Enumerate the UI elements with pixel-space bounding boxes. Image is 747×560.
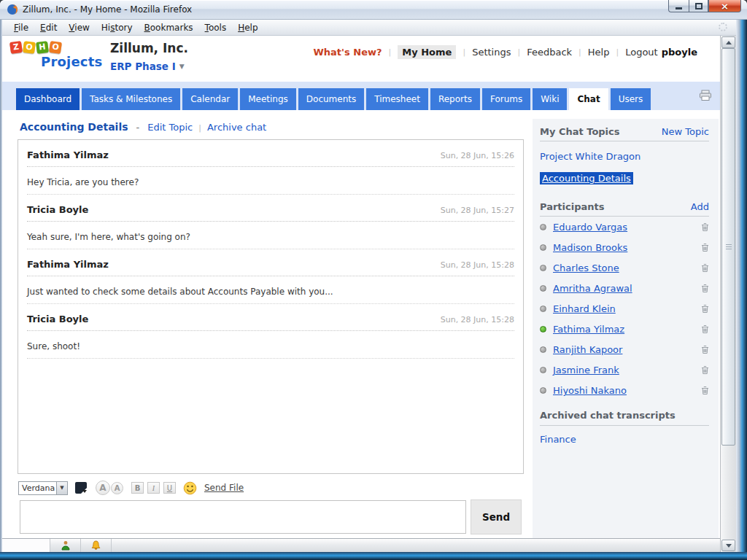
message-text: Sure, shoot! xyxy=(27,331,514,359)
tab-timesheet[interactable]: Timesheet xyxy=(366,88,428,110)
scrollbar-thumb[interactable] xyxy=(721,48,735,446)
trash-icon[interactable] xyxy=(701,304,709,314)
firefox-icon xyxy=(7,4,18,15)
presence-dot xyxy=(540,367,546,373)
new-topic-link[interactable]: New Topic xyxy=(662,126,709,137)
vertical-scrollbar[interactable] xyxy=(720,36,736,552)
message-text: Yeah sure, I'm here, what's going on? xyxy=(27,222,514,249)
username: pboyle xyxy=(662,47,697,58)
scrollbar-grip-icon xyxy=(726,244,732,250)
tab-documents[interactable]: Documents xyxy=(298,88,364,110)
participants-header: Participants Add xyxy=(540,201,709,217)
logout-link[interactable]: Logout pboyle xyxy=(625,47,697,58)
participant-row: Eduardo Vargas xyxy=(540,217,709,237)
whats-new-link[interactable]: What's New? xyxy=(314,47,382,58)
tab-chat[interactable]: Chat xyxy=(569,88,608,110)
tab-reports[interactable]: Reports xyxy=(430,88,480,110)
italic-button[interactable]: I xyxy=(147,482,160,494)
tab-dashboard[interactable]: Dashboard xyxy=(16,88,80,110)
archived-transcript-finance-link[interactable]: Finance xyxy=(540,434,576,445)
user-status-icon[interactable] xyxy=(50,539,81,552)
underline-button[interactable]: U xyxy=(163,482,176,494)
topic-item-accounting-details[interactable]: Accounting Details xyxy=(540,172,633,184)
window-frame-left xyxy=(0,20,2,560)
participant-link[interactable]: Amritha Agrawal xyxy=(553,283,632,294)
trash-icon[interactable] xyxy=(701,284,709,293)
page: Z O H O Projects Zillum, Inc. ERP Phase … xyxy=(2,36,721,538)
module-tabs: Dashboard Tasks & Milestones Calendar Me… xyxy=(16,88,651,110)
menu-file[interactable]: File xyxy=(8,21,34,34)
company-block: Zillum, Inc. ERP Phase I ▼ xyxy=(110,41,188,72)
scroll-down-button[interactable] xyxy=(721,540,735,551)
feedback-link[interactable]: Feedback xyxy=(527,47,572,58)
close-button[interactable] xyxy=(708,0,741,12)
scroll-up-button[interactable] xyxy=(721,36,735,48)
participant-link[interactable]: Charles Stone xyxy=(553,262,619,273)
participant-link[interactable]: Einhard Klein xyxy=(553,303,616,314)
firefox-window: Zillum, Inc. - My Home - Mozilla Firefox… xyxy=(0,0,747,560)
participant-row: Jasmine Frank xyxy=(540,359,709,380)
zoho-projects-logo[interactable]: Z O H O Projects xyxy=(10,42,102,69)
tab-wiki[interactable]: Wiki xyxy=(533,88,567,110)
font-family-select[interactable]: Verdana ▼ xyxy=(18,481,68,495)
send-file-link[interactable]: Send File xyxy=(204,483,244,493)
trash-icon[interactable] xyxy=(701,365,709,375)
font-size-decrease-button[interactable]: A xyxy=(111,482,123,494)
maximize-button[interactable] xyxy=(689,0,708,12)
project-selector[interactable]: ERP Phase I ▼ xyxy=(110,61,188,72)
add-participant-link[interactable]: Add xyxy=(691,201,709,212)
edit-topic-link[interactable]: Edit Topic xyxy=(147,122,193,133)
message-text: Hey Tricia, are you there? xyxy=(27,167,514,195)
menu-bookmarks[interactable]: Bookmarks xyxy=(139,21,199,34)
menu-history[interactable]: History xyxy=(96,21,139,34)
participant-link[interactable]: Madison Brooks xyxy=(553,242,627,253)
message-time: Sun, 28 Jun, 15:26 xyxy=(441,151,514,160)
menu-help[interactable]: Help xyxy=(232,21,263,34)
trash-icon[interactable] xyxy=(701,243,709,252)
presence-dot xyxy=(540,285,546,292)
printer-icon[interactable] xyxy=(699,90,712,101)
participant-link[interactable]: Eduardo Vargas xyxy=(553,222,627,233)
participant-link[interactable]: Ranjith Kapoor xyxy=(553,344,622,355)
tab-tasks-milestones[interactable]: Tasks & Milestones xyxy=(82,88,180,110)
menu-view[interactable]: View xyxy=(63,21,95,34)
my-home-link[interactable]: My Home xyxy=(398,45,456,59)
message-input[interactable] xyxy=(20,500,466,534)
message-author: Fathima Yilmaz xyxy=(27,149,109,160)
trash-icon[interactable] xyxy=(701,386,709,395)
select-dropdown-icon[interactable]: ▼ xyxy=(56,482,67,494)
trash-icon[interactable] xyxy=(701,222,709,232)
participant-link[interactable]: Hiyoshi Nakano xyxy=(553,385,627,396)
tab-forums[interactable]: Forums xyxy=(482,88,530,110)
company-name: Zillum, Inc. xyxy=(110,41,188,55)
notification-bell-icon[interactable] xyxy=(81,539,112,552)
window-frame-right xyxy=(736,20,747,560)
font-color-picker-icon[interactable] xyxy=(75,482,87,494)
topic-item-project-white-dragon[interactable]: Project White Dragon xyxy=(540,151,640,162)
minimize-button[interactable] xyxy=(668,0,689,12)
menu-edit[interactable]: Edit xyxy=(34,21,63,34)
menu-tools[interactable]: Tools xyxy=(199,21,233,34)
dash-separator: - xyxy=(136,122,140,133)
archive-chat-link[interactable]: Archive chat xyxy=(207,122,266,133)
help-link[interactable]: Help xyxy=(588,47,610,58)
participant-link[interactable]: Fathima Yilmaz xyxy=(553,324,624,335)
tab-users[interactable]: Users xyxy=(611,88,651,110)
settings-link[interactable]: Settings xyxy=(472,47,511,58)
separator: | xyxy=(616,47,619,57)
menu-bar: File Edit View History Bookmarks Tools H… xyxy=(2,20,736,36)
message-input-row: Send xyxy=(20,500,522,534)
trash-icon[interactable] xyxy=(701,324,709,334)
bold-button[interactable]: B xyxy=(131,482,144,494)
emoticon-icon[interactable] xyxy=(183,481,197,495)
chat-sidebar: My Chat Topics New Topic Project White D… xyxy=(533,119,719,538)
trash-icon[interactable] xyxy=(701,263,709,273)
tab-meetings[interactable]: Meetings xyxy=(240,88,296,110)
font-size-increase-button[interactable]: A xyxy=(96,481,110,495)
participant-link[interactable]: Jasmine Frank xyxy=(553,365,619,376)
presence-dot xyxy=(540,387,546,394)
tab-calendar[interactable]: Calendar xyxy=(182,88,238,110)
trash-icon[interactable] xyxy=(701,345,709,354)
project-dropdown-icon: ▼ xyxy=(179,63,185,70)
send-button[interactable]: Send xyxy=(471,499,522,534)
